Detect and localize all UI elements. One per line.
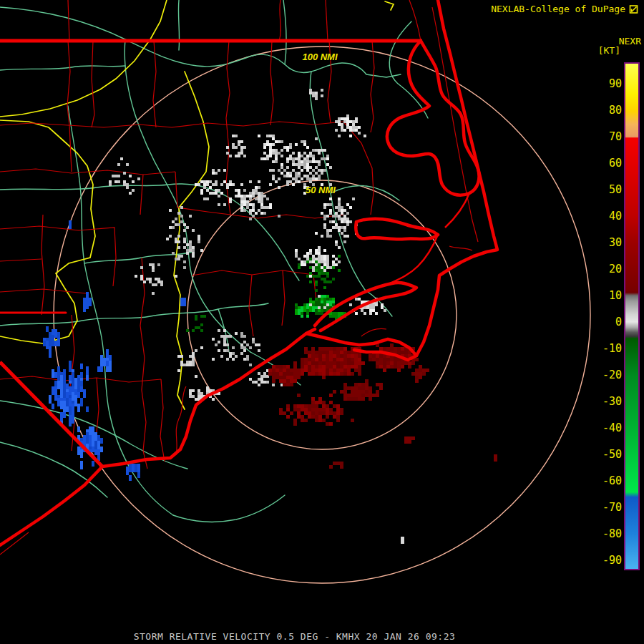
colorbar-tick-30: 30 (590, 236, 622, 249)
radar-basemap (0, 0, 644, 644)
range-ring-label-100nmi: 100 NMI (302, 52, 337, 62)
radar-echoes (43, 89, 497, 544)
colorbar-tick--90: -90 (590, 554, 622, 567)
range-ring-label-50nmi: 50 NMI (306, 185, 336, 195)
product-label: NEXR (619, 36, 641, 47)
road-network-secondary (0, 0, 428, 522)
colorbar-tick--10: -10 (590, 342, 622, 355)
product-caption: STORM RELATIVE VELOCITY 0.5 DEG - KMHX 2… (0, 631, 589, 642)
colorbar-tick-10: 10 (590, 289, 622, 302)
colorbar-tick-70: 70 (590, 130, 622, 143)
colorbar-tick--20: -20 (590, 369, 622, 381)
coastline-south (0, 329, 315, 545)
colorbar-tick--30: -30 (590, 395, 622, 408)
colorbar-tick--60: -60 (590, 474, 622, 487)
colorbar-tick--70: -70 (590, 501, 622, 514)
colorbar-tick-90: 90 (590, 77, 622, 90)
radar-viewport: 50 NMI 100 NMI NEXLAB-College of DuPage … (0, 0, 644, 644)
nexlab-logo-icon (629, 4, 638, 14)
velocity-colorbar (624, 62, 640, 570)
colorbar-tick-50: 50 (590, 183, 622, 196)
colorbar-tick-0: 0 (590, 316, 622, 328)
colorbar-tick-20: 20 (590, 263, 622, 275)
coastline-and-state-borders (0, 0, 497, 545)
colorbar-tick--40: -40 (590, 421, 622, 434)
site-title: NEXLAB-College of DuPage (491, 4, 625, 14)
coastline-pamlico-river (356, 219, 438, 240)
colorbar-tick-80: 80 (590, 104, 622, 117)
colorbar-tick--50: -50 (590, 448, 622, 461)
county-borders (0, 0, 478, 555)
header: NEXLAB-College of DuPage (491, 4, 638, 14)
colorbar-tick--80: -80 (590, 527, 622, 540)
units-label: [KT] (598, 45, 620, 56)
colorbar-tick-40: 40 (590, 210, 622, 223)
colorbar-tick-60: 60 (590, 157, 622, 170)
